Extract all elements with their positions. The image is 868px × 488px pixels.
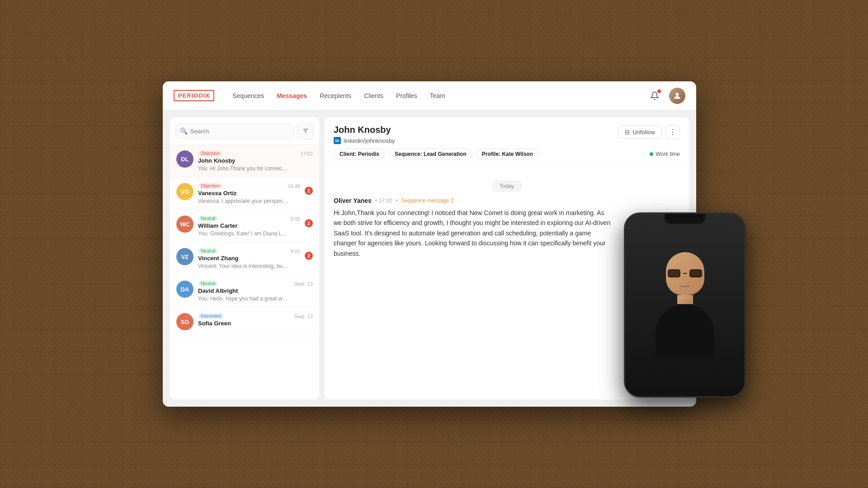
contact-name: John Knosby bbox=[334, 125, 395, 135]
search-icon: 🔍 bbox=[180, 127, 188, 135]
profile-value: Kate Wilson bbox=[502, 151, 533, 157]
conv-preview: You: Greetings, Kate! I am Diana Lubyk, … bbox=[198, 230, 288, 237]
conv-tag: Neutral bbox=[198, 216, 218, 221]
conv-body: Objection 17:02 John Knosby You: Hi John… bbox=[198, 150, 313, 172]
work-time-dot bbox=[650, 152, 653, 156]
filter-button[interactable] bbox=[297, 123, 314, 139]
nav-links: Sequences Messages Recepients Clients Pr… bbox=[232, 92, 633, 99]
unfollow-label: Unfollow bbox=[632, 129, 655, 136]
conv-header: Objection 17:02 bbox=[198, 150, 313, 156]
linkedin-icon: in bbox=[334, 137, 341, 144]
nav-team[interactable]: Team bbox=[430, 92, 445, 99]
work-time-label: Work time bbox=[656, 151, 680, 157]
sequence-tag[interactable]: Sequence: Lead Generation bbox=[389, 149, 472, 160]
conv-name: Vanessa Ortiz bbox=[198, 190, 300, 197]
main-content: 🔍 DL bbox=[163, 110, 696, 407]
header-actions: ⊟ Unfollow ⋮ bbox=[618, 125, 680, 139]
conv-tag: Objection bbox=[198, 183, 222, 189]
avatar: SG bbox=[176, 313, 193, 330]
conv-name: Sofia Green bbox=[198, 320, 313, 327]
search-input[interactable] bbox=[175, 124, 294, 139]
sequence-label: Sequence: bbox=[395, 151, 424, 157]
main-screen: PERIODIX Sequences Messages Recepients C… bbox=[163, 81, 696, 407]
conversation-item[interactable]: VO Objection 16:48 Vanessa Ortiz Vanessa… bbox=[170, 178, 319, 210]
date-label: Today bbox=[492, 181, 522, 192]
conv-time: 17:02 bbox=[300, 151, 313, 156]
conv-body: Interested Sept. 13 Sofia Green bbox=[198, 313, 313, 328]
sequence-label: Sequence message 2 bbox=[401, 197, 454, 204]
conv-time: Sept. 13 bbox=[294, 281, 313, 286]
unread-badge: 2 bbox=[305, 219, 313, 227]
conv-header: Neutral Sept. 13 bbox=[198, 281, 313, 286]
nav-clients[interactable]: Clients bbox=[364, 92, 383, 99]
nav-sequences[interactable]: Sequences bbox=[232, 92, 264, 99]
conv-name: Vincent Zhang bbox=[198, 255, 300, 262]
left-lens bbox=[668, 269, 680, 277]
contact-link[interactable]: in linkedin/johnknosby bbox=[334, 137, 395, 144]
conv-tag: Neutral bbox=[198, 248, 218, 254]
conv-preview: You: Hi John,Thank you for connecting! I… bbox=[198, 165, 288, 172]
avatar: VO bbox=[176, 183, 193, 200]
unfollow-icon: ⊟ bbox=[625, 129, 630, 136]
conv-body: Neutral 9:01 Vincent Zhang Vincent: Your… bbox=[198, 248, 300, 269]
conversation-item[interactable]: DL Objection 17:02 John Knosby You: Hi J… bbox=[170, 145, 319, 178]
client-value: Periodix bbox=[358, 151, 379, 157]
search-bar: 🔍 bbox=[170, 117, 319, 145]
conv-body: Neutral Sept. 13 David Albright You: Hel… bbox=[198, 281, 313, 302]
conv-time: Sept. 13 bbox=[294, 314, 313, 319]
conversation-item[interactable]: SG Interested Sept. 13 Sofia Green bbox=[170, 308, 319, 336]
contact-info: John Knosby in linkedin/johnknosby bbox=[334, 125, 395, 144]
message-text: Hi John,Thank you for connecting! I noti… bbox=[334, 208, 614, 258]
client-tag[interactable]: Client: Periodix bbox=[334, 149, 385, 160]
user-avatar[interactable] bbox=[669, 88, 685, 104]
svg-point-0 bbox=[676, 93, 679, 96]
conv-name: David Albright bbox=[198, 287, 313, 294]
conv-tag: Interested bbox=[198, 313, 223, 319]
conversation-item[interactable]: DA Neutral Sept. 13 David Albright You: … bbox=[170, 275, 319, 308]
conv-preview: You: Hello, hope you had a great weekend… bbox=[198, 296, 288, 302]
message-time: • 17:02 bbox=[375, 197, 392, 204]
conv-preview: Vanessa: I appreciate your perspective, … bbox=[198, 198, 288, 204]
linkedin-url: linkedin/johnknosby bbox=[344, 137, 395, 144]
unfollow-button[interactable]: ⊟ Unfollow bbox=[618, 126, 662, 139]
notification-bell[interactable] bbox=[647, 89, 662, 103]
body bbox=[656, 304, 714, 358]
conv-body: Objection 16:48 Vanessa Ortiz Vanessa: I… bbox=[198, 183, 300, 204]
person bbox=[656, 252, 714, 358]
conversation-list-panel: 🔍 DL bbox=[170, 117, 319, 399]
mouth bbox=[679, 285, 691, 287]
phone-overlay bbox=[624, 212, 746, 398]
sequence-value: Lead Generation bbox=[424, 151, 467, 157]
conversation-item[interactable]: VZ Neutral 9:01 Vincent Zhang Vincent: Y… bbox=[170, 243, 319, 275]
more-options-button[interactable]: ⋮ bbox=[665, 125, 680, 139]
date-divider: Today bbox=[334, 182, 680, 190]
nav-profiles[interactable]: Profiles bbox=[396, 92, 417, 99]
conv-time: 9:09 bbox=[291, 216, 300, 221]
conversation-item[interactable]: WC Neutral 9:09 William Carter You: Gree… bbox=[170, 210, 319, 243]
conv-tag: Neutral bbox=[198, 281, 218, 286]
profile-tag[interactable]: Profile: Kate Wilson bbox=[476, 149, 539, 160]
work-time-badge: Work time bbox=[650, 151, 680, 157]
unread-badge: 2 bbox=[305, 252, 313, 260]
chat-tags: Client: Periodix Sequence: Lead Generati… bbox=[334, 149, 680, 160]
person-head bbox=[666, 252, 704, 295]
conv-time: 16:48 bbox=[288, 183, 300, 189]
client-label: Client: bbox=[340, 151, 358, 157]
chat-header-top: John Knosby in linkedin/johnknosby ⊟ Unf… bbox=[334, 125, 680, 144]
avatar: DL bbox=[176, 150, 193, 168]
phone-video bbox=[625, 214, 745, 396]
conv-time: 9:01 bbox=[291, 249, 300, 254]
nav-messages[interactable]: Messages bbox=[277, 92, 307, 99]
conv-header: Neutral 9:01 bbox=[198, 248, 300, 254]
conversation-list: DL Objection 17:02 John Knosby You: Hi J… bbox=[170, 145, 319, 399]
logo[interactable]: PERIODIX bbox=[174, 90, 214, 101]
glasses bbox=[668, 269, 702, 277]
nav-recepients[interactable]: Recepients bbox=[320, 92, 351, 99]
search-wrapper: 🔍 bbox=[175, 123, 294, 139]
conv-name: William Carter bbox=[198, 222, 300, 229]
nav-right bbox=[647, 88, 685, 104]
conv-header: Neutral 9:09 bbox=[198, 216, 300, 221]
conv-name: John Knosby bbox=[198, 157, 313, 164]
conv-tag: Objection bbox=[198, 150, 222, 156]
avatar: WC bbox=[176, 216, 193, 233]
